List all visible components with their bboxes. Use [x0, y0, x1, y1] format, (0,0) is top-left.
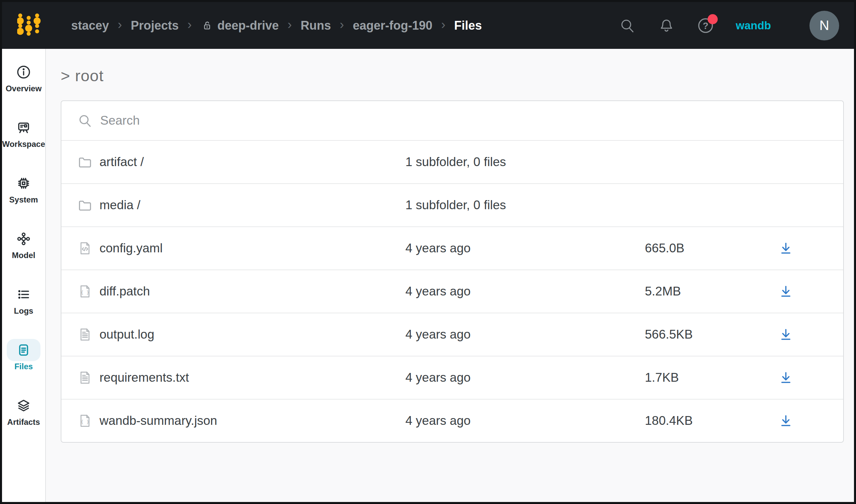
download-icon	[778, 327, 793, 342]
lock-open-icon	[201, 19, 213, 32]
file-info: 1 subfolder, 0 files	[406, 155, 645, 169]
sidebar-item-workspace[interactable]: Workspace	[4, 116, 44, 149]
file-name[interactable]: diff.patch	[100, 284, 150, 299]
braces-file-icon: { }	[77, 284, 93, 299]
files-page: > root artifact / 1 subf	[46, 49, 854, 502]
file-info: 4 years ago	[406, 414, 645, 428]
sidebar-item-logs[interactable]: Logs	[4, 283, 44, 316]
wandb-home-link[interactable]: wandb	[736, 19, 771, 32]
chevron-right-icon: ›	[340, 18, 344, 32]
chevron-right-icon: ›	[188, 18, 192, 32]
folder-icon	[77, 197, 93, 213]
layers-icon	[16, 398, 31, 413]
file-name[interactable]: output.log	[100, 327, 154, 342]
chip-icon	[16, 176, 31, 191]
file-name[interactable]: media /	[100, 198, 140, 212]
search-icon	[77, 113, 93, 128]
document-icon	[16, 342, 31, 358]
app-window: stacey › Projects › deep-drive › Runs › …	[0, 0, 856, 504]
code-file-icon	[77, 240, 93, 256]
file-browser-card: artifact / 1 subfolder, 0 files media / …	[61, 101, 844, 443]
breadcrumb-projects[interactable]: Projects	[131, 19, 179, 33]
file-size: 665.0B	[645, 241, 766, 255]
file-info: 4 years ago	[406, 284, 645, 299]
sidebar-item-system[interactable]: System	[4, 172, 44, 204]
table-row[interactable]: media / 1 subfolder, 0 files	[62, 183, 843, 227]
file-info: 4 years ago	[406, 241, 645, 255]
easel-icon	[16, 120, 31, 136]
top-navbar: stacey › Projects › deep-drive › Runs › …	[2, 2, 854, 49]
folder-icon	[77, 154, 93, 170]
search-icon	[619, 17, 636, 34]
table-row[interactable]: { } wandb-summary.json 4 years ago 180.4…	[62, 399, 843, 442]
sidebar-item-model[interactable]: Model	[4, 228, 44, 260]
file-size: 5.2MB	[645, 284, 766, 299]
run-sidebar: Overview Workspace	[2, 49, 46, 502]
table-row[interactable]: output.log 4 years ago 566.5KB	[62, 313, 843, 356]
sidebar-item-files[interactable]: Files	[4, 339, 44, 371]
search-button[interactable]	[619, 17, 636, 34]
breadcrumb-run-name[interactable]: eager-fog-190	[353, 19, 432, 33]
braces-file-icon: { }	[77, 413, 93, 429]
sidebar-item-overview[interactable]: Overview	[4, 61, 44, 93]
list-icon	[16, 287, 31, 302]
notifications-button[interactable]	[658, 17, 675, 34]
download-button[interactable]	[778, 413, 793, 428]
search-input[interactable]	[100, 113, 843, 128]
breadcrumb-entity[interactable]: stacey	[71, 19, 109, 33]
file-size: 180.4KB	[645, 414, 766, 428]
file-name[interactable]: wandb-summary.json	[100, 414, 217, 428]
avatar[interactable]: N	[809, 11, 839, 40]
download-icon	[778, 413, 793, 428]
sidebar-item-artifacts[interactable]: Artifacts	[4, 395, 44, 427]
text-file-icon	[77, 370, 93, 385]
page-title: > root	[61, 66, 854, 85]
breadcrumb: stacey › Projects › deep-drive › Runs › …	[71, 18, 482, 33]
table-row[interactable]: artifact / 1 subfolder, 0 files	[62, 140, 843, 183]
download-button[interactable]	[778, 370, 793, 385]
chevron-right-icon: ›	[441, 18, 446, 32]
file-info: 4 years ago	[406, 327, 645, 342]
table-row[interactable]: config.yaml 4 years ago 665.0B	[62, 227, 843, 270]
notification-dot	[707, 14, 718, 24]
text-file-icon	[77, 327, 93, 342]
file-size: 1.7KB	[645, 371, 766, 385]
file-info: 1 subfolder, 0 files	[406, 198, 645, 212]
svg-text:?: ?	[703, 20, 708, 31]
chevron-right-icon: ›	[118, 18, 122, 32]
breadcrumb-runs[interactable]: Runs	[301, 19, 331, 33]
breadcrumb-files-current: Files	[454, 19, 482, 33]
bell-icon	[658, 17, 675, 34]
download-icon	[778, 241, 793, 256]
help-button[interactable]: ?	[697, 17, 714, 34]
file-size: 566.5KB	[645, 327, 766, 342]
download-button[interactable]	[778, 327, 793, 342]
file-name[interactable]: artifact /	[100, 155, 144, 169]
breadcrumb-project[interactable]: deep-drive	[201, 19, 279, 33]
svg-text:{ }: { }	[81, 290, 89, 295]
svg-text:{ }: { }	[81, 419, 89, 425]
wandb-dots-logo-icon	[17, 12, 41, 38]
navbar-actions: ? wandb N	[619, 11, 854, 40]
file-search-row	[62, 101, 843, 140]
download-button[interactable]	[778, 241, 793, 256]
chevron-right-icon: ›	[288, 18, 292, 32]
file-info: 4 years ago	[406, 371, 645, 385]
wandb-logo[interactable]	[17, 12, 41, 39]
download-icon	[778, 284, 793, 299]
info-icon	[16, 64, 31, 80]
file-name[interactable]: requirements.txt	[100, 371, 189, 385]
graph-icon	[16, 231, 31, 247]
download-button[interactable]	[778, 284, 793, 299]
table-row[interactable]: requirements.txt 4 years ago 1.7KB	[62, 356, 843, 399]
file-name[interactable]: config.yaml	[100, 241, 162, 255]
table-row[interactable]: { } diff.patch 4 years ago 5.2MB	[62, 270, 843, 313]
download-icon	[778, 370, 793, 385]
